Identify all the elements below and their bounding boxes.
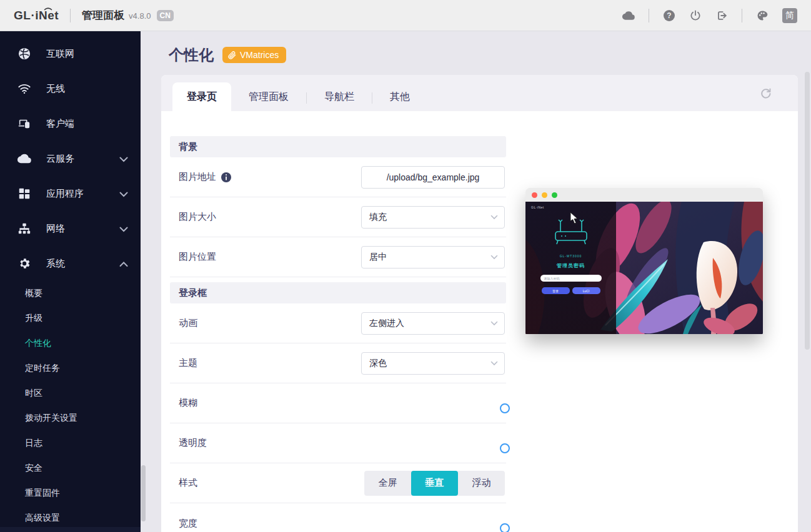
power-icon[interactable] [689, 9, 702, 22]
refresh-icon[interactable] [759, 87, 772, 99]
simplified-chinese-badge[interactable]: 简 [782, 8, 797, 23]
sidebar-item-system[interactable]: 系统 [0, 246, 141, 281]
chevron-down-icon [490, 321, 498, 326]
apps-icon [17, 187, 31, 200]
width-label: 宽度 [179, 518, 197, 530]
sidebar-bottom-strip [0, 527, 141, 532]
sidebar-subitem-timezone[interactable]: 时区 [0, 381, 141, 406]
opacity-label: 透明度 [179, 437, 207, 449]
section-header-loginbox: 登录框 [170, 282, 506, 303]
login-preview-window: GL·iNet [525, 188, 763, 334]
image-position-label: 图片位置 [179, 251, 216, 263]
mouse-cursor-icon [569, 212, 579, 224]
sidebar-scrollbar[interactable] [141, 465, 146, 521]
page-scrollbar[interactable] [805, 72, 810, 350]
language-badge: CN [157, 10, 174, 21]
theme-label: 主题 [179, 357, 197, 369]
sidebar-item-label: 互联网 [46, 48, 74, 60]
tab-bar: 登录页 管理面板 导航栏 其他 [161, 75, 798, 111]
form-row-width: 宽度 [170, 503, 506, 532]
style-label: 样式 [179, 477, 197, 489]
form-row-image-size: 图片大小 填充 [170, 197, 506, 237]
slider-knob[interactable] [500, 403, 510, 413]
subitem-label: 概要 [25, 288, 42, 299]
chevron-down-icon [490, 215, 498, 220]
network-icon [17, 222, 31, 235]
chevron-down-icon [119, 154, 128, 164]
main-content: 个性化 VMatrices 登录页 管理面板 导航栏 其他 背景 图片地址 [141, 31, 811, 532]
selected-value: 左侧进入 [369, 318, 404, 329]
image-url-input[interactable] [361, 166, 505, 189]
tab-admin-panel[interactable]: 管理面板 [231, 82, 306, 111]
animation-select[interactable]: 左侧进入 [361, 312, 505, 335]
form-row-image-position: 图片位置 居中 [170, 237, 506, 277]
subitem-label: 个性化 [25, 338, 51, 349]
image-position-select[interactable]: 居中 [361, 246, 505, 268]
sidebar-subitem-scheduled-tasks[interactable]: 定时任务 [0, 356, 141, 381]
style-option-float[interactable]: 浮动 [458, 471, 505, 496]
sidebar-item-label: 系统 [46, 258, 65, 270]
header-divider [649, 9, 649, 22]
theme-select[interactable]: 深色 [361, 352, 505, 375]
slider-knob[interactable] [500, 523, 510, 532]
svg-text:?: ? [667, 11, 671, 20]
chevron-down-icon [490, 255, 498, 260]
sidebar-subitem-security[interactable]: 安全 [0, 456, 141, 481]
sidebar-item-wireless[interactable]: 无线 [0, 71, 141, 106]
subitem-label: 升级 [25, 313, 42, 324]
sidebar-item-cloud[interactable]: 云服务 [0, 141, 141, 176]
preview-password-input[interactable]: 请输入密码 [540, 275, 602, 282]
settings-card: 登录页 管理面板 导航栏 其他 背景 图片地址 [161, 75, 798, 532]
sidebar-subitem-logs[interactable]: 日志 [0, 431, 141, 456]
preview-login-button[interactable]: 登录 [542, 287, 570, 294]
close-traffic-light [532, 192, 537, 198]
sidebar-item-network[interactable]: 网络 [0, 211, 141, 246]
style-option-vertical[interactable]: 垂直 [411, 471, 458, 496]
help-icon[interactable]: ? [663, 9, 675, 22]
preview-login-title: 管理员密码 [557, 262, 585, 269]
preview-logo: GL·iNet [531, 205, 544, 209]
logout-icon[interactable] [715, 9, 728, 22]
brand-logo: GL·iNet [14, 9, 59, 22]
router-illustration [552, 218, 590, 249]
cloud-status-icon[interactable] [622, 9, 635, 22]
sidebar-subitem-overview[interactable]: 概要 [0, 281, 141, 306]
paperclip-icon [228, 51, 236, 59]
style-option-fullscreen[interactable]: 全屏 [364, 471, 411, 496]
wifi-arc-icon [44, 6, 52, 11]
tab-other[interactable]: 其他 [372, 82, 427, 111]
info-icon[interactable] [221, 172, 231, 182]
preview-titlebar [525, 188, 763, 202]
sidebar-item-clients[interactable]: 客户端 [0, 106, 141, 141]
settings-form: 背景 图片地址 图片大小 填充 [170, 111, 506, 532]
preview-luci-button[interactable]: LuCI [572, 287, 600, 294]
sidebar-item-label: 网络 [46, 223, 65, 235]
preview-password-placeholder: 请输入密码 [544, 277, 560, 280]
selected-value: 深色 [369, 358, 387, 369]
form-row-opacity: 透明度 [170, 423, 506, 463]
vmatrices-badge[interactable]: VMatrices [222, 47, 286, 63]
style-segmented-control: 全屏 垂直 浮动 [364, 471, 505, 496]
sidebar-item-label: 云服务 [46, 153, 74, 165]
subitem-label: 拨动开关设置 [25, 413, 77, 424]
sidebar-subitem-upgrade[interactable]: 升级 [0, 306, 141, 331]
sidebar-item-applications[interactable]: 应用程序 [0, 176, 141, 211]
sidebar-item-internet[interactable]: 互联网 [0, 36, 141, 71]
palette-icon[interactable] [756, 9, 769, 22]
sidebar: 互联网 无线 客户端 云服务 应用程序 网络 [0, 31, 141, 532]
subitem-label: 时区 [25, 388, 42, 399]
image-size-select[interactable]: 填充 [361, 206, 505, 229]
sidebar-subitem-personalization[interactable]: 个性化 [0, 331, 141, 356]
section-header-background: 背景 [170, 136, 506, 157]
sidebar-item-label: 应用程序 [46, 188, 84, 200]
tab-navbar[interactable]: 导航栏 [307, 82, 372, 111]
tab-login-page[interactable]: 登录页 [172, 82, 231, 111]
sidebar-subitem-reset-firmware[interactable]: 重置固件 [0, 481, 141, 506]
subitem-label: 重置固件 [25, 488, 60, 499]
app-header: GL·iNet 管理面板 v4.8.0 CN ? 简 [0, 0, 811, 31]
sidebar-subitem-toggle-switch[interactable]: 拨动开关设置 [0, 406, 141, 431]
slider-knob[interactable] [500, 443, 510, 453]
minimize-traffic-light [542, 192, 547, 198]
form-row-animation: 动画 左侧进入 [170, 303, 506, 343]
chevron-down-icon [490, 361, 498, 366]
